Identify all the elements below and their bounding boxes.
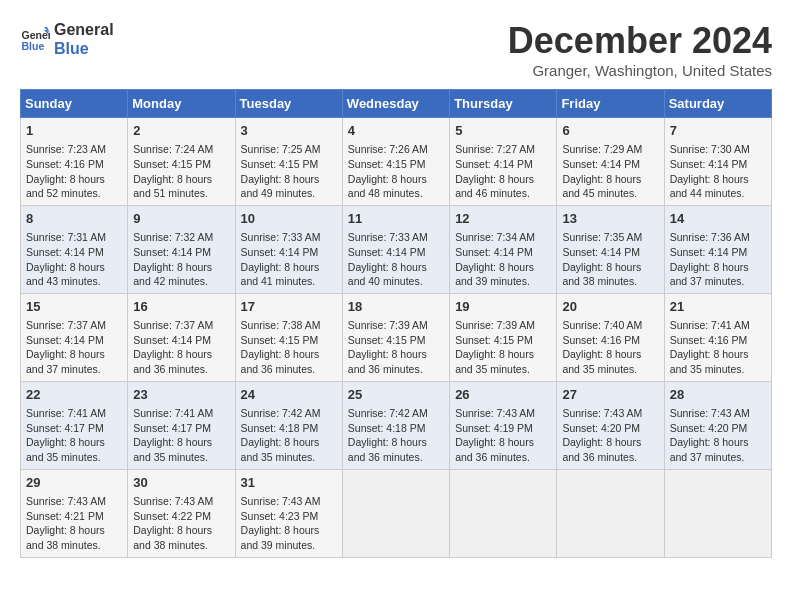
day-details: Sunrise: 7:29 AMSunset: 4:14 PMDaylight:… <box>562 142 658 201</box>
day-details: Sunrise: 7:33 AMSunset: 4:14 PMDaylight:… <box>348 230 444 289</box>
title-section: December 2024 Granger, Washington, Unite… <box>508 20 772 79</box>
day-details: Sunrise: 7:42 AMSunset: 4:18 PMDaylight:… <box>348 406 444 465</box>
calendar-cell: 14Sunrise: 7:36 AMSunset: 4:14 PMDayligh… <box>664 205 771 293</box>
day-details: Sunrise: 7:41 AMSunset: 4:17 PMDaylight:… <box>26 406 122 465</box>
day-number: 31 <box>241 474 337 492</box>
header-monday: Monday <box>128 90 235 118</box>
header-friday: Friday <box>557 90 664 118</box>
day-number: 8 <box>26 210 122 228</box>
day-number: 13 <box>562 210 658 228</box>
day-number: 29 <box>26 474 122 492</box>
day-number: 6 <box>562 122 658 140</box>
logo: General Blue General Blue <box>20 20 114 58</box>
svg-text:Blue: Blue <box>22 40 45 52</box>
calendar-cell: 26Sunrise: 7:43 AMSunset: 4:19 PMDayligh… <box>450 381 557 469</box>
day-details: Sunrise: 7:37 AMSunset: 4:14 PMDaylight:… <box>133 318 229 377</box>
header-wednesday: Wednesday <box>342 90 449 118</box>
day-details: Sunrise: 7:41 AMSunset: 4:16 PMDaylight:… <box>670 318 766 377</box>
day-number: 5 <box>455 122 551 140</box>
day-number: 11 <box>348 210 444 228</box>
day-number: 20 <box>562 298 658 316</box>
day-details: Sunrise: 7:24 AMSunset: 4:15 PMDaylight:… <box>133 142 229 201</box>
calendar-cell: 2Sunrise: 7:24 AMSunset: 4:15 PMDaylight… <box>128 118 235 206</box>
calendar-cell: 4Sunrise: 7:26 AMSunset: 4:15 PMDaylight… <box>342 118 449 206</box>
calendar-cell <box>557 469 664 557</box>
calendar-cell: 31Sunrise: 7:43 AMSunset: 4:23 PMDayligh… <box>235 469 342 557</box>
calendar-cell: 18Sunrise: 7:39 AMSunset: 4:15 PMDayligh… <box>342 293 449 381</box>
calendar-cell: 13Sunrise: 7:35 AMSunset: 4:14 PMDayligh… <box>557 205 664 293</box>
day-details: Sunrise: 7:41 AMSunset: 4:17 PMDaylight:… <box>133 406 229 465</box>
calendar-cell: 22Sunrise: 7:41 AMSunset: 4:17 PMDayligh… <box>21 381 128 469</box>
day-details: Sunrise: 7:43 AMSunset: 4:20 PMDaylight:… <box>562 406 658 465</box>
calendar-cell: 21Sunrise: 7:41 AMSunset: 4:16 PMDayligh… <box>664 293 771 381</box>
header-saturday: Saturday <box>664 90 771 118</box>
day-number: 18 <box>348 298 444 316</box>
calendar-cell: 3Sunrise: 7:25 AMSunset: 4:15 PMDaylight… <box>235 118 342 206</box>
calendar-week-2: 8Sunrise: 7:31 AMSunset: 4:14 PMDaylight… <box>21 205 772 293</box>
day-details: Sunrise: 7:32 AMSunset: 4:14 PMDaylight:… <box>133 230 229 289</box>
logo-icon: General Blue <box>20 24 50 54</box>
header-thursday: Thursday <box>450 90 557 118</box>
day-details: Sunrise: 7:43 AMSunset: 4:22 PMDaylight:… <box>133 494 229 553</box>
day-details: Sunrise: 7:33 AMSunset: 4:14 PMDaylight:… <box>241 230 337 289</box>
day-number: 22 <box>26 386 122 404</box>
day-number: 4 <box>348 122 444 140</box>
location-title: Granger, Washington, United States <box>508 62 772 79</box>
day-number: 17 <box>241 298 337 316</box>
calendar-week-5: 29Sunrise: 7:43 AMSunset: 4:21 PMDayligh… <box>21 469 772 557</box>
calendar-cell <box>664 469 771 557</box>
day-number: 28 <box>670 386 766 404</box>
day-details: Sunrise: 7:39 AMSunset: 4:15 PMDaylight:… <box>455 318 551 377</box>
calendar-table: SundayMondayTuesdayWednesdayThursdayFrid… <box>20 89 772 558</box>
day-number: 10 <box>241 210 337 228</box>
day-number: 1 <box>26 122 122 140</box>
day-number: 19 <box>455 298 551 316</box>
header-tuesday: Tuesday <box>235 90 342 118</box>
day-details: Sunrise: 7:36 AMSunset: 4:14 PMDaylight:… <box>670 230 766 289</box>
calendar-cell: 1Sunrise: 7:23 AMSunset: 4:16 PMDaylight… <box>21 118 128 206</box>
day-number: 14 <box>670 210 766 228</box>
day-details: Sunrise: 7:27 AMSunset: 4:14 PMDaylight:… <box>455 142 551 201</box>
calendar-cell: 5Sunrise: 7:27 AMSunset: 4:14 PMDaylight… <box>450 118 557 206</box>
day-number: 27 <box>562 386 658 404</box>
calendar-cell: 11Sunrise: 7:33 AMSunset: 4:14 PMDayligh… <box>342 205 449 293</box>
calendar-cell: 30Sunrise: 7:43 AMSunset: 4:22 PMDayligh… <box>128 469 235 557</box>
calendar-cell: 12Sunrise: 7:34 AMSunset: 4:14 PMDayligh… <box>450 205 557 293</box>
calendar-cell: 17Sunrise: 7:38 AMSunset: 4:15 PMDayligh… <box>235 293 342 381</box>
calendar-cell: 10Sunrise: 7:33 AMSunset: 4:14 PMDayligh… <box>235 205 342 293</box>
calendar-week-4: 22Sunrise: 7:41 AMSunset: 4:17 PMDayligh… <box>21 381 772 469</box>
day-number: 2 <box>133 122 229 140</box>
day-number: 12 <box>455 210 551 228</box>
day-details: Sunrise: 7:30 AMSunset: 4:14 PMDaylight:… <box>670 142 766 201</box>
day-details: Sunrise: 7:26 AMSunset: 4:15 PMDaylight:… <box>348 142 444 201</box>
day-details: Sunrise: 7:31 AMSunset: 4:14 PMDaylight:… <box>26 230 122 289</box>
day-number: 15 <box>26 298 122 316</box>
day-details: Sunrise: 7:35 AMSunset: 4:14 PMDaylight:… <box>562 230 658 289</box>
logo-line1: General <box>54 20 114 39</box>
day-details: Sunrise: 7:39 AMSunset: 4:15 PMDaylight:… <box>348 318 444 377</box>
header: General Blue General Blue December 2024 … <box>20 20 772 79</box>
day-details: Sunrise: 7:23 AMSunset: 4:16 PMDaylight:… <box>26 142 122 201</box>
day-number: 25 <box>348 386 444 404</box>
calendar-cell: 7Sunrise: 7:30 AMSunset: 4:14 PMDaylight… <box>664 118 771 206</box>
day-details: Sunrise: 7:43 AMSunset: 4:23 PMDaylight:… <box>241 494 337 553</box>
day-details: Sunrise: 7:38 AMSunset: 4:15 PMDaylight:… <box>241 318 337 377</box>
calendar-cell: 9Sunrise: 7:32 AMSunset: 4:14 PMDaylight… <box>128 205 235 293</box>
day-details: Sunrise: 7:43 AMSunset: 4:21 PMDaylight:… <box>26 494 122 553</box>
day-details: Sunrise: 7:43 AMSunset: 4:20 PMDaylight:… <box>670 406 766 465</box>
day-number: 7 <box>670 122 766 140</box>
month-title: December 2024 <box>508 20 772 62</box>
calendar-cell: 20Sunrise: 7:40 AMSunset: 4:16 PMDayligh… <box>557 293 664 381</box>
day-number: 23 <box>133 386 229 404</box>
calendar-cell: 15Sunrise: 7:37 AMSunset: 4:14 PMDayligh… <box>21 293 128 381</box>
calendar-cell: 29Sunrise: 7:43 AMSunset: 4:21 PMDayligh… <box>21 469 128 557</box>
calendar-cell: 16Sunrise: 7:37 AMSunset: 4:14 PMDayligh… <box>128 293 235 381</box>
calendar-cell <box>450 469 557 557</box>
calendar-cell: 25Sunrise: 7:42 AMSunset: 4:18 PMDayligh… <box>342 381 449 469</box>
day-details: Sunrise: 7:34 AMSunset: 4:14 PMDaylight:… <box>455 230 551 289</box>
day-details: Sunrise: 7:25 AMSunset: 4:15 PMDaylight:… <box>241 142 337 201</box>
day-number: 3 <box>241 122 337 140</box>
calendar-cell: 28Sunrise: 7:43 AMSunset: 4:20 PMDayligh… <box>664 381 771 469</box>
day-details: Sunrise: 7:42 AMSunset: 4:18 PMDaylight:… <box>241 406 337 465</box>
day-number: 26 <box>455 386 551 404</box>
